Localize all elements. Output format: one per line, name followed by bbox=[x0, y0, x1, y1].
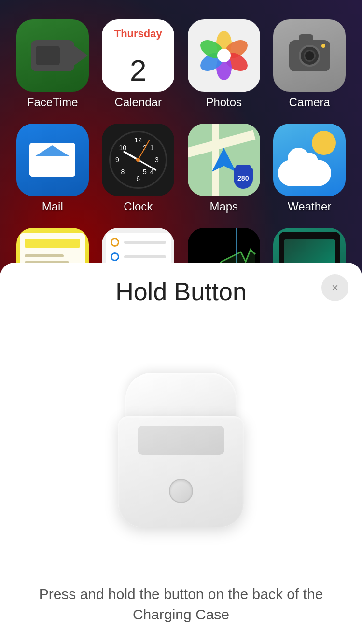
facetime-shape bbox=[31, 40, 74, 71]
case-indent bbox=[138, 426, 224, 455]
modal-description: Press and hold the button on the back of… bbox=[19, 584, 343, 625]
airpods-case bbox=[118, 373, 244, 527]
maps-icon: 280 bbox=[188, 124, 260, 196]
clock-icon: 12 1 3 4 6 8 9 10 2 5 bbox=[102, 124, 174, 196]
calendar-icon: Thursday 2 bbox=[102, 19, 174, 92]
modal-close-button[interactable]: × bbox=[321, 274, 348, 301]
app-item-mail[interactable]: Mail bbox=[14, 124, 91, 213]
weather-label: Weather bbox=[288, 200, 331, 213]
calendar-day-name: Thursday bbox=[102, 19, 174, 48]
case-body bbox=[118, 416, 244, 527]
photos-label: Photos bbox=[206, 96, 242, 109]
mail-icon bbox=[16, 124, 89, 196]
close-icon: × bbox=[332, 282, 338, 294]
clock-label: Clock bbox=[124, 200, 153, 213]
camera-label: Camera bbox=[289, 96, 330, 109]
modal-title: Hold Button bbox=[115, 277, 247, 306]
facetime-icon bbox=[16, 19, 89, 92]
app-item-camera[interactable]: Camera bbox=[272, 19, 348, 109]
camera-icon bbox=[273, 19, 346, 92]
weather-icon bbox=[273, 124, 346, 196]
case-setup-button bbox=[169, 479, 193, 503]
photos-icon bbox=[188, 19, 260, 92]
modal-sheet: × Hold Button Press and hold the button … bbox=[0, 263, 362, 644]
svg-point-6 bbox=[217, 49, 231, 62]
airpods-illustration bbox=[19, 321, 343, 579]
app-item-photos[interactable]: Photos bbox=[186, 19, 262, 109]
app-item-facetime[interactable]: FaceTime bbox=[14, 19, 91, 109]
app-item-calendar[interactable]: Thursday 2 Calendar bbox=[100, 19, 177, 109]
calendar-label: Calendar bbox=[115, 96, 162, 109]
maps-label: Maps bbox=[209, 200, 238, 213]
app-item-weather[interactable]: Weather bbox=[272, 124, 348, 213]
facetime-label: FaceTime bbox=[27, 96, 78, 109]
mail-label: Mail bbox=[42, 200, 63, 213]
app-item-maps[interactable]: 280 Maps bbox=[186, 124, 262, 213]
calendar-day-num: 2 bbox=[102, 48, 174, 92]
app-item-clock[interactable]: 12 1 3 4 6 8 9 10 2 5 Clock bbox=[100, 124, 177, 213]
